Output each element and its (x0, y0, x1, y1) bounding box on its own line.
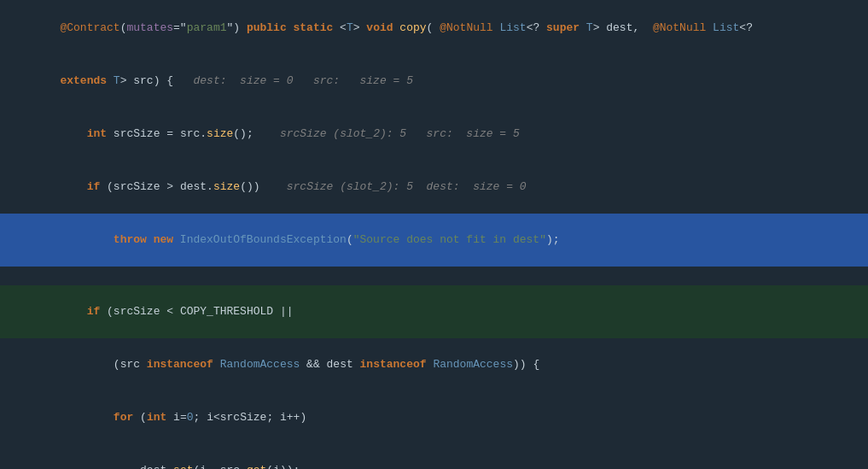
code-line-4: if (srcSize > dest.size()) srcSize (slot… (0, 161, 868, 214)
code-editor[interactable]: @Contract(mutates="param1") public stati… (0, 0, 868, 469)
annotation-contract: @Contract (60, 21, 119, 34)
code-line-7: if (srcSize < COPY_THRESHOLD || (0, 285, 868, 338)
code-line-3: int srcSize = src.size(); srcSize (slot_… (0, 108, 868, 161)
code-line-9: for (int i=0; i<srcSize; i++) (0, 391, 868, 444)
code-line-10: dest.set(i, src.get(i)); (0, 444, 868, 469)
code-line-6 (0, 267, 868, 285)
code-line-8: (src instanceof RandomAccess && dest ins… (0, 338, 868, 391)
code-line-2: extends T> src) { dest: size = 0 src: si… (0, 55, 868, 108)
code-line-1: @Contract(mutates="param1") public stati… (0, 2, 868, 55)
code-line-5: throw new IndexOutOfBoundsException("Sou… (0, 214, 868, 267)
